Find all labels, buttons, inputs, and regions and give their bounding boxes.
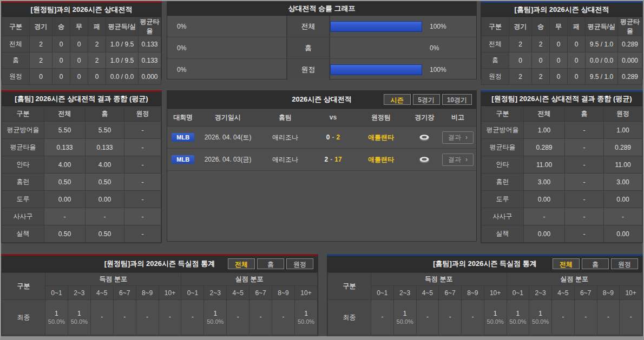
group-header-row: 구분 득점 분포 실점 분포 xyxy=(2,273,318,286)
dist-cell: - xyxy=(90,300,113,335)
stat-cell: 0 xyxy=(550,69,568,85)
range-header: 4~5 xyxy=(416,286,439,300)
dist-cell: - xyxy=(113,300,136,335)
range-header: 8~9 xyxy=(136,286,159,300)
tab-all[interactable]: 전체 xyxy=(228,258,255,269)
header-row: 구분 전체 홈 원정 xyxy=(2,106,161,122)
range-header: 6~7 xyxy=(113,286,136,300)
col-header-away: 원정팀 xyxy=(353,113,410,122)
dist-cell: 150.0% xyxy=(393,300,416,335)
range-header: 0~1 xyxy=(45,286,68,300)
stat-cell: 0.000 xyxy=(618,52,642,69)
range-header: 6~7 xyxy=(249,286,272,300)
stat-cell: - xyxy=(124,174,161,191)
home-score-dist-panel: [홈팀]과의 2026시즌 득실점 통계 전체 홈 원정 구분 득점 분포 실점… xyxy=(327,254,643,336)
home-summary-table: 구분 전체 홈 원정 평균방어율5.505.50- 평균타율0.1330.133… xyxy=(2,106,161,243)
chevron-right-icon: › xyxy=(465,134,468,141)
dist-cell: - xyxy=(552,300,575,335)
game-datetime: 2026. 04. 04(토) xyxy=(199,133,257,142)
dist-cell: - xyxy=(249,300,272,335)
home-score-dist-table: 구분 득점 분포 실점 분포 0~1 2~3 4~5 6~7 8~9 10+ 0… xyxy=(327,272,642,335)
left-percent-label: 0% xyxy=(167,59,194,80)
count: - xyxy=(449,313,451,321)
result-button[interactable]: 결과› xyxy=(442,154,474,166)
table-row: 홈런0.500.50- xyxy=(2,174,161,191)
row-label: 원정 xyxy=(2,69,30,85)
right-percent-label: 0% xyxy=(422,37,456,58)
stat-cell: 0 xyxy=(509,52,532,69)
chevron-right-icon: › xyxy=(465,156,468,163)
left-bar-track xyxy=(194,59,286,80)
table-row: 평균방어율1.00-1.00 xyxy=(482,122,642,139)
stat-cell: - xyxy=(86,208,124,225)
league-badge: MLB xyxy=(172,133,194,142)
stadium-icon xyxy=(418,134,430,142)
tab-home[interactable]: 홈 xyxy=(257,258,284,269)
header-row: 구분 경기 승 무 패 평균득/실 평균타율 xyxy=(482,17,642,36)
home-summary-title: [홈팀] 2026시즌 상대전적 결과 종합 (평균) xyxy=(2,92,161,106)
column-header: 무 xyxy=(550,17,568,36)
tab-home[interactable]: 홈 xyxy=(582,258,609,269)
home-h2h-title: [홈팀]과의 2026시즌 상대전적 xyxy=(481,3,642,17)
stat-cell: 0.00 xyxy=(44,191,86,208)
tab-away[interactable]: 원정 xyxy=(286,258,313,269)
table-row: 사사구--- xyxy=(2,208,161,225)
row-label: 최종 xyxy=(2,300,45,335)
range-header: 6~7 xyxy=(439,286,462,300)
row-label: 전체 xyxy=(482,36,509,52)
tab-last10[interactable]: 10경기 xyxy=(442,94,472,105)
table-row: 전체 2 2 0 0 9.5 / 1.0 0.289 xyxy=(482,36,642,52)
row-label: 홈런 xyxy=(2,174,44,191)
table-row: 원정 0 0 0 0 0.0 / 0.0 0.000 xyxy=(2,69,161,85)
column-header: 홈 xyxy=(565,106,604,122)
tab-last5[interactable]: 5경기 xyxy=(413,94,440,105)
dist-cell: 150.0% xyxy=(507,300,529,335)
stat-cell: 2 xyxy=(30,36,52,52)
stat-cell: 0.00 xyxy=(604,225,642,243)
range-header: 8~9 xyxy=(597,286,620,300)
range-header: 2~3 xyxy=(529,286,552,300)
stat-cell: 0.0 / 0.0 xyxy=(106,69,139,85)
row-label: 평균타율 xyxy=(2,139,44,156)
table-row: 원정 2 2 0 0 9.5 / 1.0 0.289 xyxy=(482,69,642,85)
stat-cell: - xyxy=(124,122,161,139)
count: - xyxy=(237,313,239,321)
league-cell: MLB xyxy=(167,133,199,142)
result-button[interactable]: 결과› xyxy=(442,131,474,144)
stat-cell: 3.00 xyxy=(604,174,642,191)
table-row: 최종 - 150.0% - - - 150.0% 150.0% 150.0% -… xyxy=(328,300,642,335)
column-header: 구분 xyxy=(2,17,30,36)
away-score-dist-table: 구분 득점 분포 실점 분포 0~1 2~3 4~5 6~7 8~9 10+ 0… xyxy=(2,272,318,335)
schedule-tabs: 시즌 5경기 10경기 xyxy=(384,94,472,105)
stat-cell: 0.289 xyxy=(618,69,642,85)
conceded-group-header: 실점 분포 xyxy=(181,273,318,286)
count: - xyxy=(123,313,126,321)
tab-away[interactable]: 원정 xyxy=(611,258,638,269)
tab-all[interactable]: 전체 xyxy=(553,258,580,269)
count: - xyxy=(426,313,429,321)
table-row: 안타4.004.00- xyxy=(2,156,161,174)
score: 0-2 xyxy=(314,134,353,141)
table-row: 도루0.00-0.00 xyxy=(482,191,642,208)
column-header: 패 xyxy=(88,17,106,36)
stat-cell: 2 xyxy=(88,52,106,69)
away-team-name: 애틀랜타 xyxy=(353,133,410,142)
matchup-cell: 애리조나 2-17 애틀랜타 xyxy=(257,155,410,164)
stat-cell: 2 xyxy=(509,36,532,52)
count: 1 xyxy=(494,310,497,317)
left-bar-track xyxy=(194,16,286,37)
home-summary-panel: [홈팀] 2026시즌 상대전적 결과 종합 (평균) 구분 전체 홈 원정 평… xyxy=(1,90,162,243)
stat-cell: 9.5 / 1.0 xyxy=(586,69,618,85)
count: - xyxy=(607,313,609,321)
stat-cell: 0 xyxy=(70,69,88,85)
count: - xyxy=(146,313,148,321)
stat-cell: 0.00 xyxy=(86,191,124,208)
row-label: 안타 xyxy=(482,156,524,174)
row-label: 실책 xyxy=(482,225,524,243)
stadium-cell xyxy=(410,156,440,164)
count: - xyxy=(192,313,194,321)
home-h2h-panel: [홈팀]과의 2026시즌 상대전적 구분 경기 승 무 패 평균득/실 평균타… xyxy=(481,1,643,79)
tab-season[interactable]: 시즌 xyxy=(384,94,411,105)
away-score-dist-tabs: 전체 홈 원정 xyxy=(228,258,313,269)
stat-cell: - xyxy=(565,225,604,243)
